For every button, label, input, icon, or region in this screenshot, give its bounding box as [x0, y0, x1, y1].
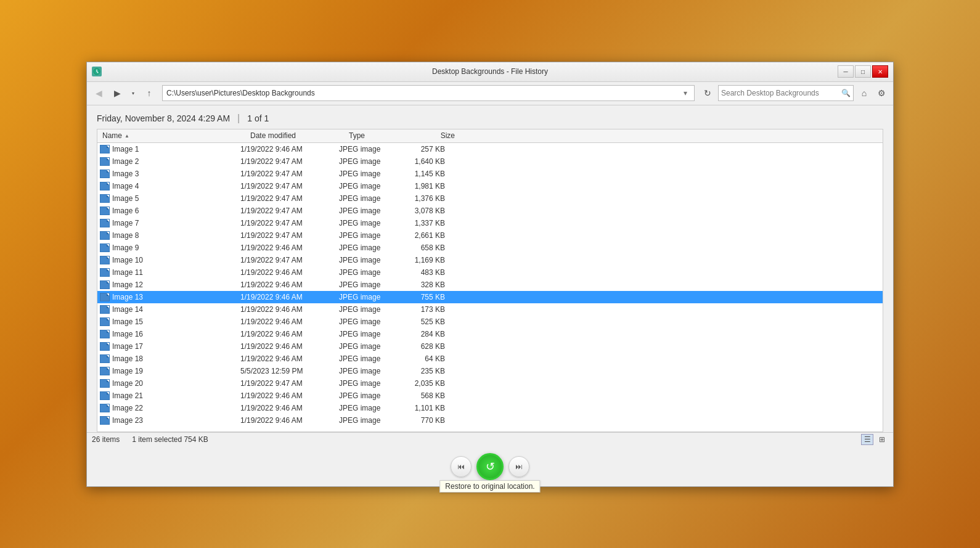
table-row[interactable]: Image 14 1/19/2022 9:46 AM JPEG image 17…: [97, 303, 883, 316]
file-icon: [100, 219, 110, 227]
table-row[interactable]: Image 22 1/19/2022 9:46 AM JPEG image 1,…: [97, 402, 883, 414]
next-button[interactable]: ⏭: [508, 456, 529, 477]
column-size[interactable]: Size: [408, 131, 457, 140]
file-size: 1,101 KB: [398, 404, 447, 412]
file-date: 1/19/2022 9:46 AM: [238, 354, 337, 363]
file-type: JPEG image: [337, 268, 398, 277]
tiles-view-button[interactable]: ⊞: [876, 434, 888, 445]
file-size: 483 KB: [398, 268, 447, 277]
table-row[interactable]: Image 11 1/19/2022 9:46 AM JPEG image 48…: [97, 266, 883, 279]
column-name[interactable]: Name ▲: [100, 131, 248, 140]
file-icon: [100, 182, 110, 190]
file-date: 1/19/2022 9:47 AM: [238, 170, 337, 178]
up-button[interactable]: ↑: [141, 85, 157, 101]
table-row[interactable]: Image 10 1/19/2022 9:47 AM JPEG image 1,…: [97, 254, 883, 266]
main-window: Desktop Backgrounds - File History ─ □ ✕…: [86, 62, 894, 487]
file-history-icon: [92, 67, 102, 76]
forward-button[interactable]: ▶: [109, 85, 125, 101]
file-type: JPEG image: [337, 330, 398, 338]
table-row[interactable]: Image 23 1/19/2022 9:46 AM JPEG image 77…: [97, 414, 883, 427]
table-row[interactable]: Image 12 1/19/2022 9:46 AM JPEG image 32…: [97, 279, 883, 291]
table-row[interactable]: Image 15 1/19/2022 9:46 AM JPEG image 52…: [97, 316, 883, 328]
status-left: 26 items 1 item selected 754 KB: [92, 435, 208, 444]
file-type: JPEG image: [337, 170, 398, 178]
minimize-button[interactable]: ─: [838, 65, 854, 78]
restore-button[interactable]: ↺: [476, 453, 504, 480]
file-size: 770 KB: [398, 416, 447, 425]
file-type: JPEG image: [337, 157, 398, 166]
file-size: 755 KB: [398, 293, 447, 301]
file-date: 1/19/2022 9:46 AM: [238, 330, 337, 338]
file-icon: [100, 391, 110, 400]
settings-button[interactable]: ⚙: [873, 85, 889, 101]
file-size: 525 KB: [398, 317, 447, 326]
file-icon: [100, 170, 110, 178]
back-button[interactable]: ◀: [91, 85, 107, 101]
table-row[interactable]: Image 6 1/19/2022 9:47 AM JPEG image 3,0…: [97, 205, 883, 217]
close-button[interactable]: ✕: [872, 65, 888, 78]
file-date: 1/19/2022 9:46 AM: [238, 305, 337, 314]
table-row[interactable]: Image 20 1/19/2022 9:47 AM JPEG image 2,…: [97, 377, 883, 390]
file-type: JPEG image: [337, 219, 398, 227]
file-type: JPEG image: [337, 404, 398, 412]
file-date: 1/19/2022 9:46 AM: [238, 243, 337, 252]
file-type: JPEG image: [337, 305, 398, 314]
table-row[interactable]: Image 7 1/19/2022 9:47 AM JPEG image 1,3…: [97, 217, 883, 229]
items-count: 26 items: [92, 435, 120, 444]
table-row[interactable]: Image 5 1/19/2022 9:47 AM JPEG image 1,3…: [97, 192, 883, 205]
table-row[interactable]: Image 21 1/19/2022 9:46 AM JPEG image 56…: [97, 390, 883, 402]
file-name: Image 5: [112, 194, 139, 203]
file-type: JPEG image: [337, 145, 398, 153]
file-size: 173 KB: [398, 305, 447, 314]
file-size: 328 KB: [398, 280, 447, 289]
table-row[interactable]: Image 2 1/19/2022 9:47 AM JPEG image 1,6…: [97, 155, 883, 168]
file-icon: [100, 194, 110, 203]
address-bar[interactable]: C:\Users\user\Pictures\Desktop Backgroun…: [162, 85, 695, 101]
table-row[interactable]: Image 19 5/5/2023 12:59 PM JPEG image 23…: [97, 365, 883, 377]
file-icon: [100, 243, 110, 252]
file-type: JPEG image: [337, 280, 398, 289]
search-box[interactable]: 🔍: [718, 85, 854, 101]
file-size: 1,640 KB: [398, 157, 447, 166]
file-list-body[interactable]: Image 1 1/19/2022 9:46 AM JPEG image 257…: [97, 143, 883, 431]
file-date: 1/19/2022 9:47 AM: [238, 256, 337, 264]
home-button[interactable]: ⌂: [856, 85, 872, 101]
file-list-inner: Image 1 1/19/2022 9:46 AM JPEG image 257…: [97, 143, 883, 431]
table-row[interactable]: Image 16 1/19/2022 9:46 AM JPEG image 28…: [97, 328, 883, 340]
file-type: JPEG image: [337, 416, 398, 425]
table-row[interactable]: Image 9 1/19/2022 9:46 AM JPEG image 658…: [97, 242, 883, 254]
file-list-header: Name ▲ Date modified Type Size: [97, 129, 883, 143]
details-view-button[interactable]: ☰: [861, 434, 873, 445]
file-date: 1/19/2022 9:47 AM: [238, 194, 337, 203]
file-date: 1/19/2022 9:46 AM: [238, 416, 337, 425]
file-type: JPEG image: [337, 379, 398, 388]
file-name: Image 21: [112, 391, 143, 400]
table-row[interactable]: Image 17 1/19/2022 9:46 AM JPEG image 62…: [97, 340, 883, 353]
column-type[interactable]: Type: [346, 131, 408, 140]
file-type: JPEG image: [337, 182, 398, 190]
file-date: 1/19/2022 9:47 AM: [238, 219, 337, 227]
nav-dropdown-button[interactable]: ▾: [128, 85, 139, 101]
table-row[interactable]: Image 13 1/19/2022 9:46 AM JPEG image 75…: [97, 291, 883, 303]
table-row[interactable]: Image 4 1/19/2022 9:47 AM JPEG image 1,9…: [97, 180, 883, 192]
file-date: 1/19/2022 9:46 AM: [238, 342, 337, 351]
file-size: 658 KB: [398, 243, 447, 252]
file-size: 628 KB: [398, 342, 447, 351]
column-date-modified[interactable]: Date modified: [248, 131, 346, 140]
search-input[interactable]: [721, 89, 841, 97]
file-icon: [100, 354, 110, 363]
file-name: Image 23: [112, 416, 143, 425]
previous-button[interactable]: ⏮: [451, 456, 472, 477]
table-row[interactable]: Image 8 1/19/2022 9:47 AM JPEG image 2,6…: [97, 229, 883, 242]
file-size: 1,337 KB: [398, 219, 447, 227]
search-icon: 🔍: [841, 89, 851, 97]
address-dropdown-icon[interactable]: ▾: [680, 89, 690, 97]
maximize-button[interactable]: □: [855, 65, 871, 78]
refresh-button[interactable]: ↻: [700, 85, 716, 101]
file-name: Image 22: [112, 404, 143, 412]
file-name: Image 17: [112, 342, 143, 351]
table-row[interactable]: Image 1 1/19/2022 9:46 AM JPEG image 257…: [97, 143, 883, 155]
table-row[interactable]: Image 18 1/19/2022 9:46 AM JPEG image 64…: [97, 353, 883, 365]
table-row[interactable]: Image 3 1/19/2022 9:47 AM JPEG image 1,1…: [97, 168, 883, 180]
file-icon: [100, 145, 110, 153]
